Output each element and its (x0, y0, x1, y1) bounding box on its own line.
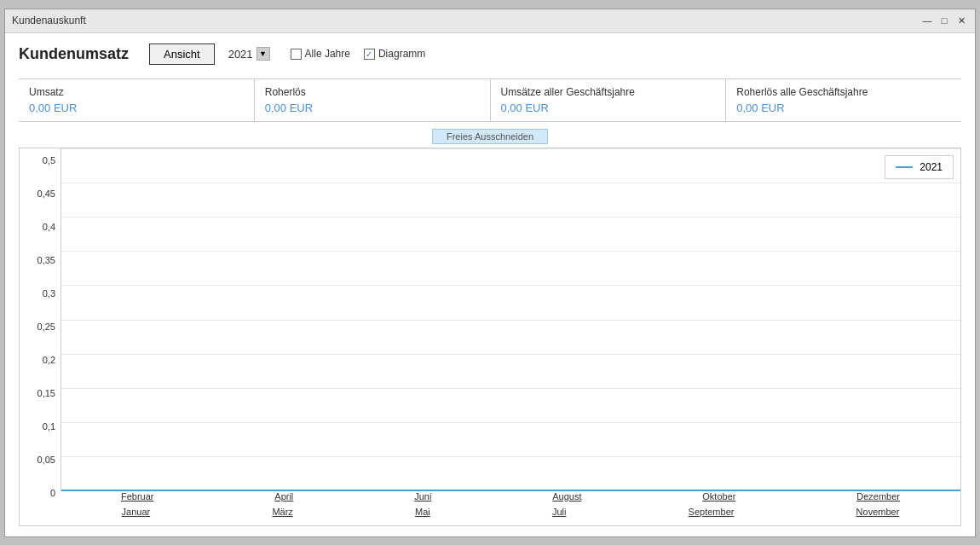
grid-line-0 (61, 148, 960, 149)
grid-line-1 (61, 183, 960, 183)
grid-line-7 (61, 388, 960, 389)
stat-roherlos-alle: Roherlös alle Geschäftsjahre 0,00 EUR (726, 79, 961, 121)
toolbar: Kundenumsatz Ansicht 2021 ▼ Alle Jahre ✓… (19, 43, 961, 65)
alle-jahre-label: Alle Jahre (305, 48, 350, 60)
grid-line-4 (61, 285, 960, 286)
y-label-10: 0 (50, 488, 55, 498)
x-label-mai: Mai (415, 507, 430, 524)
x-label-juni: Juni (414, 491, 431, 508)
x-label-dezember: Dezember (856, 491, 900, 508)
titlebar: Kundenauskunft — □ ✕ (5, 9, 975, 33)
stat-umsatze-alle: Umsätze aller Geschäftsjahre 0,00 EUR (491, 79, 727, 121)
y-label-8: 0,1 (43, 421, 55, 432)
stat-umsatz: Umsatz 0,00 EUR (19, 79, 255, 121)
grid-line-3 (61, 251, 960, 252)
x-label-april: April (274, 491, 293, 508)
year-dropdown-button[interactable]: ▼ (257, 47, 270, 61)
stat-umsatz-value: 0,00 EUR (29, 101, 244, 114)
y-axis: 0,5 0,45 0,4 0,35 0,3 0,25 0,2 0,15 0,1 … (20, 148, 61, 525)
main-window: Kundenauskunft — □ ✕ Kundenumsatz Ansich… (4, 9, 976, 537)
alle-jahre-checkbox-box[interactable] (291, 49, 302, 60)
year-value: 2021 (228, 48, 253, 61)
grid-line-8 (61, 422, 960, 423)
y-label-0: 0,5 (43, 155, 55, 165)
close-button[interactable]: ✕ (954, 14, 968, 27)
y-label-2: 0,4 (43, 222, 55, 232)
diagramm-label: Diagramm (378, 48, 425, 60)
grid-line-6 (61, 354, 960, 355)
legend-year-label: 2021 (919, 161, 943, 173)
freies-btn-container: Freies Ausschneiden (19, 129, 961, 144)
x-label-februar: Februar (121, 491, 154, 508)
stats-row: Umsatz 0,00 EUR Roherlös 0,00 EUR Umsätz… (19, 78, 961, 122)
content-area: Kundenumsatz Ansicht 2021 ▼ Alle Jahre ✓… (5, 33, 975, 536)
x-label-marz: März (272, 507, 292, 524)
chart-plot: 2021 (61, 148, 960, 491)
diagramm-checkbox-box[interactable]: ✓ (364, 49, 375, 60)
y-label-9: 0,05 (37, 455, 55, 465)
diagramm-checkbox[interactable]: ✓ Diagramm (364, 48, 425, 60)
stat-roherlos-alle-value: 0,00 EUR (736, 101, 951, 114)
stat-roherlos-label: Roherlös (265, 86, 480, 98)
y-label-6: 0,2 (43, 355, 55, 365)
x-axis: Februar April Juni August Oktober Dezemb… (61, 491, 960, 525)
chart-main: 2021 Februar April Juni August Oktober D… (61, 148, 960, 525)
ansicht-button[interactable]: Ansicht (149, 43, 215, 65)
y-label-1: 0,45 (37, 188, 55, 199)
maximize-button[interactable]: □ (937, 14, 951, 27)
grid-line-5 (61, 320, 960, 321)
legend-line-2021 (896, 166, 913, 168)
window-controls: — □ ✕ (920, 14, 968, 27)
alle-jahre-checkbox[interactable]: Alle Jahre (291, 48, 350, 60)
y-label-3: 0,35 (37, 255, 55, 265)
checkbox-group: Alle Jahre ✓ Diagramm (291, 48, 426, 60)
x-labels-top: Februar April Juni August Oktober Dezemb… (61, 491, 960, 508)
stat-umsatze-alle-label: Umsätze aller Geschäftsjahre (501, 86, 716, 98)
minimize-button[interactable]: — (920, 14, 934, 27)
y-label-4: 0,3 (43, 288, 55, 299)
year-selector: 2021 ▼ (228, 47, 270, 61)
x-label-januar: Januar (122, 507, 151, 524)
page-title: Kundenumsatz (19, 45, 129, 63)
dropdown-icon: ▼ (259, 49, 267, 58)
stat-umsatz-label: Umsatz (29, 86, 244, 98)
stat-roherlos-value: 0,00 EUR (265, 101, 480, 114)
window-title: Kundenauskunft (12, 14, 86, 26)
x-labels-bottom: Januar März Mai Juli September November (61, 507, 960, 524)
x-label-august: August (552, 491, 581, 508)
chart-container: 0,5 0,45 0,4 0,35 0,3 0,25 0,2 0,15 0,1 … (19, 148, 961, 526)
stat-roherlos: Roherlös 0,00 EUR (255, 79, 491, 121)
x-label-oktober: Oktober (702, 491, 735, 508)
x-label-september: September (689, 507, 735, 524)
chart-legend: 2021 (885, 155, 954, 179)
x-label-juli: Juli (552, 507, 567, 524)
y-label-5: 0,25 (37, 322, 55, 332)
freies-ausschneiden-button[interactable]: Freies Ausschneiden (432, 129, 548, 144)
grid-line-2 (61, 217, 960, 217)
x-label-november: November (856, 507, 900, 524)
y-label-7: 0,15 (37, 388, 55, 398)
stat-roherlos-alle-label: Roherlös alle Geschäftsjahre (736, 86, 951, 98)
stat-umsatze-alle-value: 0,00 EUR (501, 101, 716, 114)
grid-line-9 (61, 456, 960, 457)
